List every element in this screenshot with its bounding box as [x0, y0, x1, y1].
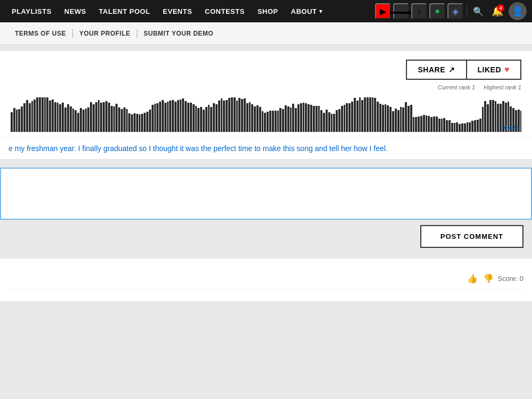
- waveform-bar: [310, 105, 312, 132]
- waveform-bar: [415, 117, 417, 132]
- waveform-bar: [236, 101, 238, 132]
- waveform-bar: [54, 102, 56, 132]
- waveform-bar: [356, 101, 359, 132]
- waveform-bar: [454, 123, 456, 132]
- heart-icon: ♥: [504, 65, 510, 74]
- waveform-bar: [203, 110, 205, 132]
- waveform-bar: [387, 105, 389, 132]
- avatar[interactable]: 👤: [509, 2, 527, 20]
- share-button[interactable]: SHARE ↗: [406, 60, 466, 80]
- music-icon[interactable]: ♪: [411, 3, 427, 19]
- search-icon[interactable]: 🔍: [470, 3, 486, 19]
- waveform-bar: [328, 112, 330, 132]
- nav-contests[interactable]: CONTESTS: [198, 7, 251, 15]
- waveform-bar: [85, 109, 87, 132]
- waveform-bar: [31, 101, 34, 132]
- waveform-bar: [162, 100, 164, 132]
- waveform-bar: [121, 109, 123, 132]
- waveform-bar: [118, 107, 120, 132]
- submit-demo-link[interactable]: SUBMIT YOUR DEMO: [137, 30, 220, 37]
- waveform-bar: [320, 110, 322, 132]
- waveform-bar: [87, 107, 89, 132]
- waveform-bar: [18, 109, 20, 132]
- waveform-bar: [44, 97, 46, 132]
- nav-events[interactable]: EVENTS: [156, 7, 198, 15]
- notification-bell[interactable]: 🔔 4: [489, 3, 505, 19]
- waveform-bar: [389, 107, 392, 132]
- waveform-bar: [108, 103, 110, 132]
- waveform-bar: [303, 103, 305, 132]
- waveform-bar: [205, 107, 207, 132]
- waveform-bar: [72, 109, 74, 132]
- share-label: SHARE: [418, 65, 445, 74]
- highest-rank: Highest rank 1: [484, 84, 521, 90]
- waveform-bar: [77, 113, 79, 132]
- waveform-bar: [459, 124, 461, 132]
- youtube-icon[interactable]: ▶: [375, 3, 391, 19]
- waveform-bar: [241, 99, 243, 132]
- nav-shop[interactable]: SHOP: [251, 7, 285, 15]
- waveform-bar: [351, 102, 353, 132]
- post-comment-button[interactable]: POST COMMENT: [420, 225, 523, 248]
- waveform-bar: [430, 117, 433, 132]
- waveform-bar: [307, 104, 310, 132]
- waveform-bar: [251, 104, 253, 132]
- waveform-bar: [262, 111, 264, 132]
- waveform-bar: [26, 100, 28, 132]
- discord-icon[interactable]: ◈: [447, 3, 463, 19]
- waveform-bar: [213, 103, 215, 132]
- nav-talent-pool[interactable]: TALENT POOL: [93, 7, 156, 15]
- waveform-bar: [441, 119, 443, 132]
- waveform-bar: [418, 117, 420, 132]
- nav-playlists[interactable]: PLAYLISTS: [5, 7, 58, 15]
- waveform-bar: [446, 120, 448, 132]
- post-comment-row: POST COMMENT: [0, 220, 532, 253]
- waveform-bar: [331, 114, 333, 132]
- waveform-bar: [249, 102, 251, 132]
- waveform-bar: [484, 101, 486, 132]
- waveform-bar: [180, 99, 182, 132]
- waveform-bar: [489, 100, 492, 132]
- liked-button[interactable]: LIKED ♥: [467, 60, 522, 80]
- waveform-bar: [290, 107, 292, 132]
- waveform-bar: [436, 117, 438, 132]
- terms-link[interactable]: TERMS OF USE: [9, 30, 72, 37]
- waveform-bar: [405, 102, 407, 132]
- waveform-bar: [115, 104, 118, 132]
- nav-about[interactable]: ABOUT ▾: [285, 7, 329, 15]
- nav-divider: [467, 5, 467, 18]
- waveform-bar: [49, 101, 51, 132]
- waveform-bar: [80, 108, 82, 132]
- waveform-bar: [359, 97, 361, 132]
- waveform-bar: [59, 104, 61, 132]
- nav-news[interactable]: NEWS: [58, 7, 93, 15]
- equalizer-icon[interactable]: ▬▬▬: [393, 3, 409, 19]
- waveform-bar: [174, 102, 177, 132]
- waveform-bar: [267, 112, 269, 132]
- waveform-bar: [156, 103, 159, 132]
- waveform-bar: [461, 123, 463, 132]
- waveform-bar: [318, 106, 320, 132]
- waveform-bar: [149, 110, 151, 132]
- waveform[interactable]: 02:31: [11, 95, 521, 132]
- waveform-bar: [146, 112, 148, 132]
- profile-link[interactable]: YOUR PROFILE: [73, 30, 137, 37]
- waveform-bar: [197, 108, 200, 132]
- waveform-bar: [46, 97, 48, 132]
- waveform-bar: [100, 103, 102, 132]
- waveform-bar: [333, 114, 335, 132]
- comment-item: 👍 👎 Score: 0: [9, 265, 523, 289]
- waveform-bar: [264, 113, 266, 132]
- spotify-icon[interactable]: ●: [429, 3, 445, 19]
- waveform-bar: [336, 110, 338, 132]
- waveform-bar: [152, 105, 154, 132]
- thumbs-up-icon[interactable]: 👍: [466, 272, 479, 285]
- waveform-bar: [305, 103, 307, 132]
- waveform-bar: [164, 103, 167, 132]
- comment-input[interactable]: [1, 169, 531, 217]
- waveform-bar: [13, 108, 15, 132]
- waveform-bar: [259, 107, 261, 132]
- waveform-bar: [123, 107, 126, 132]
- thumbs-down-icon[interactable]: 👎: [482, 272, 495, 285]
- waveform-bar: [385, 104, 387, 132]
